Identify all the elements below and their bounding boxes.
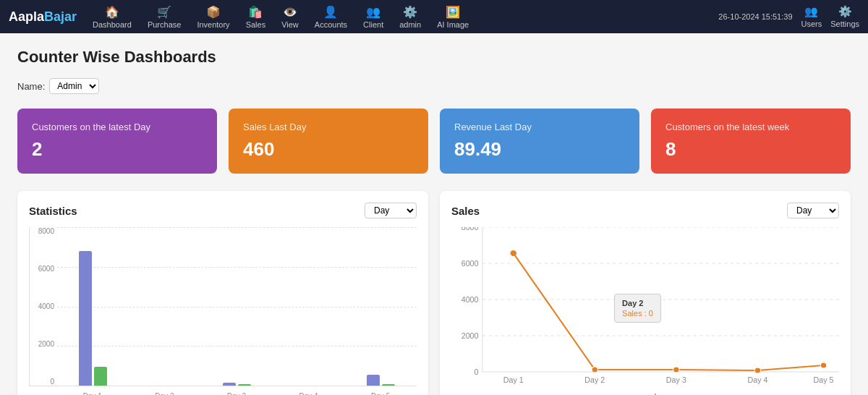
bar-y-label: 8000	[38, 227, 54, 235]
sales-chart-title: Sales	[451, 205, 480, 217]
users-icon: 👥	[804, 5, 818, 18]
grid-line	[57, 386, 417, 386]
charts-section: Statistics Day Week Month 80006000400020…	[17, 191, 851, 395]
sales-icon: 🛍️	[248, 5, 263, 19]
bar-sales	[223, 383, 236, 386]
stat-card-customers-day: Customers on the latest Day 2	[17, 109, 217, 174]
navbar: AaplaBajar 🏠Dashboard🛒Purchase📦Inventory…	[0, 0, 868, 33]
nav-item-admin[interactable]: ⚙️admin	[392, 2, 428, 32]
ai-image-label: AI Image	[437, 20, 469, 29]
stat-label-revenue-day: Revenue Last Day	[454, 122, 625, 132]
svg-point-13	[673, 367, 680, 373]
svg-point-15	[820, 362, 827, 368]
sales-label: Sales	[246, 20, 266, 29]
sales-period-select[interactable]: Day Week Month	[787, 203, 839, 218]
bar-revenue	[238, 384, 251, 386]
stat-value-customers-day: 2	[32, 138, 203, 161]
sales-legend-label: sales	[646, 392, 665, 395]
svg-point-14	[754, 368, 761, 373]
admin-label: admin	[399, 20, 421, 29]
nav-item-inventory[interactable]: 📦Inventory	[190, 2, 237, 32]
nav-item-dashboard[interactable]: 🏠Dashboard	[85, 2, 139, 32]
statistics-chart-header: Statistics Day Week Month	[29, 203, 417, 218]
stat-card-customers-week: Customers on the latest week 8	[651, 109, 851, 174]
svg-point-12	[592, 367, 598, 373]
stat-value-sales-day: 460	[243, 138, 414, 161]
nav-item-ai-image[interactable]: 🖼️AI Image	[430, 2, 476, 32]
svg-text:Day 3: Day 3	[666, 376, 686, 384]
svg-text:2000: 2000	[461, 332, 479, 340]
bars-container	[57, 227, 417, 386]
bar-group-2	[201, 227, 273, 386]
line-chart-legend: sales	[451, 392, 839, 395]
settings-label: Settings	[830, 20, 859, 28]
bar-x-label: Day 2	[129, 392, 201, 395]
settings-icon: ⚙️	[838, 5, 852, 18]
svg-text:6000: 6000	[461, 260, 479, 268]
client-icon: 👥	[366, 5, 380, 19]
name-dropdown[interactable]: Admin	[49, 78, 99, 94]
stat-label-customers-day: Customers on the latest Day	[32, 122, 203, 132]
inventory-icon: 📦	[206, 5, 221, 19]
svg-text:4000: 4000	[461, 296, 479, 304]
sales-tooltip: Day 2 Sales : 0	[614, 294, 661, 323]
name-selector: Name: Admin	[17, 78, 851, 94]
svg-text:Day 5: Day 5	[814, 376, 834, 384]
purchase-label: Purchase	[148, 20, 181, 29]
stat-label-sales-day: Sales Last Day	[243, 122, 414, 132]
bar-group-3	[273, 227, 344, 386]
stat-value-customers-week: 8	[665, 138, 836, 161]
accounts-label: Accounts	[315, 20, 347, 29]
nav-item-sales[interactable]: 🛍️Sales	[239, 2, 273, 32]
stat-value-revenue-day: 89.49	[454, 138, 625, 161]
nav-item-view[interactable]: 👁️View	[274, 2, 306, 32]
brand-aapla: Aapla	[9, 9, 44, 24]
dashboard-label: Dashboard	[93, 20, 132, 29]
svg-text:Day 4: Day 4	[747, 376, 767, 384]
sales-legend-item: sales	[626, 392, 665, 395]
view-label: View	[281, 20, 299, 29]
bar-x-label: Day 3	[200, 392, 273, 395]
nav-item-accounts[interactable]: 👤Accounts	[307, 2, 354, 32]
dashboard-icon: 🏠	[105, 5, 119, 19]
stat-cards: Customers on the latest Day 2 Sales Last…	[17, 109, 851, 174]
name-label: Name:	[17, 81, 45, 92]
statistics-period-select[interactable]: Day Week Month	[365, 203, 417, 218]
stat-label-customers-week: Customers on the latest week	[665, 122, 836, 132]
bar-group-1	[129, 227, 200, 386]
bar-y-label: 2000	[38, 340, 54, 348]
sales-chart-box: Sales Day Week Month 8000	[440, 191, 851, 395]
svg-text:8000: 8000	[461, 227, 479, 232]
svg-point-11	[510, 250, 516, 256]
datetime-display: 26-10-2024 15:51:39	[718, 12, 792, 21]
nav-item-client[interactable]: 👥Client	[356, 2, 391, 32]
stat-card-sales-day: Sales Last Day 460	[229, 109, 428, 174]
bar-sales	[367, 375, 380, 386]
svg-text:Day 1: Day 1	[503, 376, 524, 384]
ai-image-icon: 🖼️	[446, 5, 460, 19]
page-content: Counter Wise Dashboards Name: Admin Cust…	[0, 33, 868, 395]
svg-text:Day 2: Day 2	[584, 376, 605, 384]
tooltip-day: Day 2	[622, 299, 653, 307]
nav-right: 26-10-2024 15:51:39 👥 Users ⚙️ Settings	[718, 5, 859, 28]
tooltip-value: Sales : 0	[622, 309, 653, 318]
brand-logo[interactable]: AaplaBajar	[9, 9, 77, 25]
line-chart-area: 8000 6000 4000 2000 0	[451, 227, 839, 386]
bar-group-4	[345, 227, 417, 386]
view-icon: 👁️	[283, 5, 297, 19]
settings-nav-item[interactable]: ⚙️ Settings	[830, 5, 859, 28]
bar-x-label: Day 1	[56, 392, 129, 395]
users-label: Users	[801, 20, 822, 28]
statistics-chart-box: Statistics Day Week Month 80006000400020…	[17, 191, 428, 395]
bar-y-label: 4000	[38, 302, 54, 310]
bar-chart-area: 80006000400020000	[29, 227, 417, 386]
page-title: Counter Wise Dashboards	[17, 48, 851, 67]
brand-bajar: Bajar	[44, 9, 77, 24]
purchase-icon: 🛒	[157, 5, 171, 19]
admin-icon: ⚙️	[403, 5, 417, 19]
nav-item-purchase[interactable]: 🛒Purchase	[140, 2, 188, 32]
users-nav-item[interactable]: 👥 Users	[801, 5, 822, 28]
svg-text:0: 0	[475, 368, 479, 376]
bar-revenue	[94, 367, 107, 386]
inventory-label: Inventory	[197, 20, 229, 29]
